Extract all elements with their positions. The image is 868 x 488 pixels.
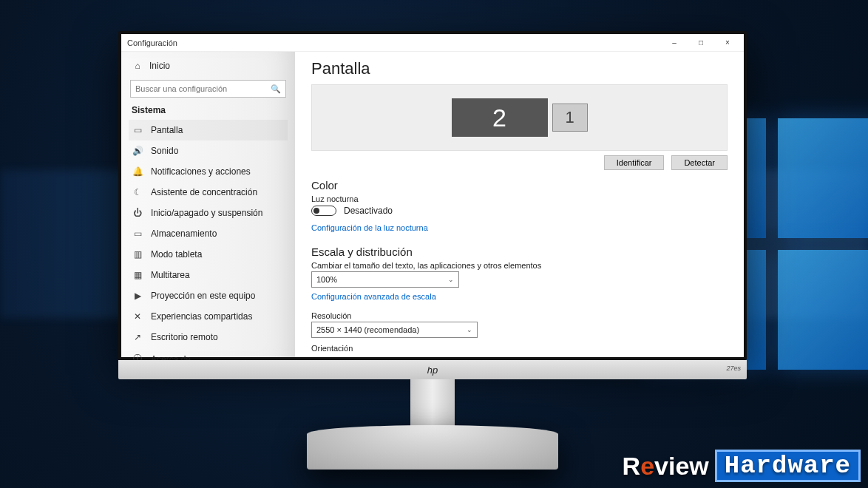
sidebar-item-label: Multitarea <box>151 270 190 280</box>
home-label: Inicio <box>149 61 170 71</box>
color-section-title: Color <box>311 179 728 192</box>
sidebar-item-label: Inicio/apagado y suspensión <box>151 208 262 218</box>
scale-select[interactable]: 100% ⌄ <box>311 271 459 288</box>
display-icon: ▭ <box>132 125 143 135</box>
resolution-value: 2550 × 1440 (recomendada) <box>316 325 419 334</box>
sidebar-item-label: Notificaciones y acciones <box>151 166 251 177</box>
display-arrangement[interactable]: 2 1 <box>311 84 728 151</box>
power-icon: ⏻ <box>132 208 143 218</box>
sidebar-item-proyeccion[interactable]: ▶ Proyección en este equipo <box>129 285 288 306</box>
night-light-label: Luz nocturna <box>311 194 728 203</box>
titlebar: Configuración – □ × <box>121 34 744 52</box>
page-title: Pantalla <box>311 59 728 78</box>
minimize-icon: – <box>672 38 677 47</box>
sidebar-item-asistente[interactable]: ☾ Asistente de concentración <box>129 182 288 203</box>
moon-icon: ☾ <box>132 187 143 197</box>
toggle-state-label: Desactivado <box>344 206 393 216</box>
multitask-icon: ▦ <box>132 270 143 280</box>
settings-window: Configuración – □ × ⌂ Inicio 🔍 <box>121 34 744 357</box>
home-link[interactable]: ⌂ Inicio <box>129 56 288 75</box>
watermark-logo: Review Hardware <box>623 450 861 482</box>
sidebar-item-label: Proyección en este equipo <box>151 291 255 301</box>
chevron-down-icon: ⌄ <box>467 326 472 333</box>
sidebar-item-experiencias[interactable]: ✕ Experiencias compartidas <box>129 306 288 327</box>
monitor-stand-neck <box>410 379 455 431</box>
chevron-down-icon: ⌄ <box>448 276 454 283</box>
identify-button[interactable]: Identificar <box>604 155 665 170</box>
sidebar-item-inicio-apagado[interactable]: ⏻ Inicio/apagado y suspensión <box>129 203 288 223</box>
main-content: Pantalla 2 1 Identificar Detectar Color … <box>295 52 744 357</box>
watermark-hardware: Hardware <box>715 450 861 482</box>
display-box-1[interactable]: 1 <box>552 104 588 132</box>
night-light-settings-link[interactable]: Configuración de la luz nocturna <box>311 223 428 232</box>
sidebar-item-pantalla[interactable]: ▭ Pantalla <box>129 120 288 140</box>
sidebar-item-notificaciones[interactable]: 🔔 Notificaciones y acciones <box>129 161 288 182</box>
sidebar-item-sonido[interactable]: 🔊 Sonido <box>129 140 288 161</box>
sidebar-item-escritorio-remoto[interactable]: ↗ Escritorio remoto <box>129 327 288 348</box>
close-icon: × <box>725 38 730 47</box>
sidebar-item-label: Escritorio remoto <box>151 332 218 342</box>
sidebar-item-label: Almacenamiento <box>151 228 217 239</box>
detect-button[interactable]: Detectar <box>671 155 728 170</box>
monitor-frame: Configuración – □ × ⌂ Inicio 🔍 <box>118 31 747 360</box>
window-title: Configuración <box>127 38 177 47</box>
sidebar-item-multitarea[interactable]: ▦ Multitarea <box>129 265 288 285</box>
projection-icon: ▶ <box>132 291 143 301</box>
night-light-toggle[interactable] <box>311 206 336 216</box>
monitor-stand-base <box>307 425 558 470</box>
orientation-label: Orientación <box>311 344 728 353</box>
resolution-select[interactable]: 2550 × 1440 (recomendada) ⌄ <box>311 322 478 338</box>
sidebar-item-label: Sonido <box>151 146 178 156</box>
monitor-chin: hp 27es <box>118 360 747 379</box>
remote-icon: ↗ <box>132 332 143 342</box>
monitor-screen: Configuración – □ × ⌂ Inicio 🔍 <box>121 34 744 357</box>
maximize-icon: □ <box>699 38 703 47</box>
minimize-button[interactable]: – <box>661 35 688 51</box>
sidebar-item-label: Modo tableta <box>151 249 202 260</box>
search-input-wrapper[interactable]: 🔍 <box>130 80 286 98</box>
tablet-icon: ▥ <box>132 249 143 260</box>
display-box-2[interactable]: 2 <box>452 98 548 137</box>
text-size-label: Cambiar el tamaño del texto, las aplicac… <box>311 261 728 270</box>
nav-group-title: Sistema <box>132 105 285 115</box>
close-button[interactable]: × <box>714 35 741 51</box>
scale-value: 100% <box>316 275 337 284</box>
maximize-button[interactable]: □ <box>688 35 714 51</box>
resolution-label: Resolución <box>311 311 728 320</box>
sound-icon: 🔊 <box>132 146 143 156</box>
sidebar-item-label: Experiencias compartidas <box>151 311 252 322</box>
home-icon: ⌂ <box>132 61 143 71</box>
monitor-brand: hp <box>427 365 438 376</box>
sidebar-item-label: Pantalla <box>151 125 183 135</box>
search-input[interactable] <box>135 84 271 93</box>
advanced-scaling-link[interactable]: Configuración avanzada de escala <box>311 292 436 301</box>
storage-icon: ▭ <box>132 228 143 239</box>
bell-icon: 🔔 <box>132 166 143 177</box>
watermark-review: Review <box>623 452 709 481</box>
search-icon: 🔍 <box>271 84 281 94</box>
scale-section-title: Escala y distribución <box>311 245 728 258</box>
sidebar-item-almacenamiento[interactable]: ▭ Almacenamiento <box>129 223 288 244</box>
sidebar: ⌂ Inicio 🔍 Sistema ▭ Pantalla 🔊 Soni <box>121 52 295 357</box>
monitor-model: 27es <box>726 365 741 372</box>
sidebar-item-label: Asistente de concentración <box>151 187 257 197</box>
shared-icon: ✕ <box>132 311 143 322</box>
sidebar-item-tableta[interactable]: ▥ Modo tableta <box>129 244 288 265</box>
